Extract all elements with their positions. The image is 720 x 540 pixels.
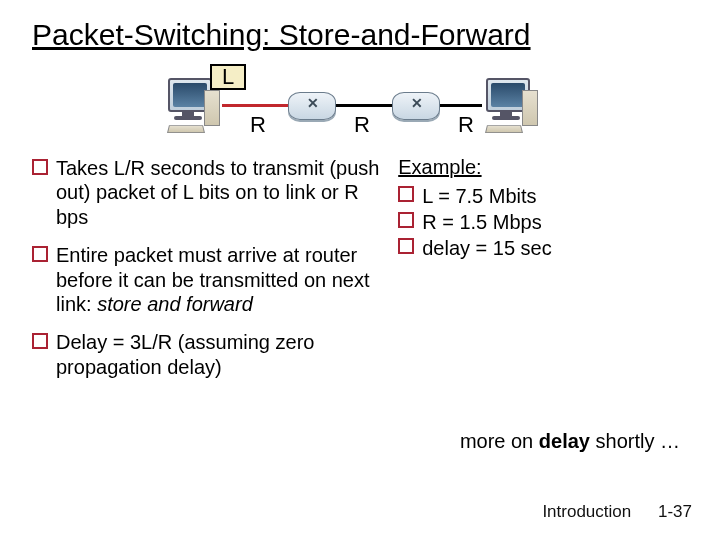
more-b: delay xyxy=(539,430,590,452)
slide-title: Packet-Switching: Store-and-Forward xyxy=(32,18,688,52)
example-heading: Example: xyxy=(398,156,688,179)
link-3 xyxy=(438,104,482,107)
bullet-store-forward: Entire packet must arrive at router befo… xyxy=(32,243,386,316)
bullet-delay: Delay = 3L/R (assuming zero propagation … xyxy=(32,330,386,379)
example-L: L = 7.5 Mbits xyxy=(398,183,688,209)
rate-label-3: R xyxy=(458,112,474,138)
router-2-icon: ✕ xyxy=(392,92,440,120)
content-columns: Takes L/R seconds to transmit (push out)… xyxy=(32,156,688,393)
bullet-transmit: Takes L/R seconds to transmit (push out)… xyxy=(32,156,386,229)
more-a: more on xyxy=(460,430,539,452)
example-delay: delay = 15 sec xyxy=(398,235,688,261)
link-1 xyxy=(222,104,288,107)
router-1-icon: ✕ xyxy=(288,92,336,120)
link-2 xyxy=(334,104,392,107)
footer-section: Introduction xyxy=(542,502,631,521)
rate-label-1: R xyxy=(250,112,266,138)
more-note: more on delay shortly … xyxy=(460,430,680,453)
host-right-icon xyxy=(480,78,536,138)
bullet-transmit-text: Takes L/R seconds to transmit (push out)… xyxy=(56,157,379,228)
diagram: L ✕ ✕ R R R xyxy=(32,60,688,150)
bullet-sf-text-b: store and forward xyxy=(97,293,253,315)
footer: Introduction 1-37 xyxy=(542,502,692,522)
slide: Packet-Switching: Store-and-Forward L ✕ … xyxy=(0,0,720,540)
more-c: shortly … xyxy=(590,430,680,452)
left-column: Takes L/R seconds to transmit (push out)… xyxy=(32,156,386,393)
example-R: R = 1.5 Mbps xyxy=(398,209,688,235)
footer-page: 1-37 xyxy=(658,502,692,521)
rate-label-2: R xyxy=(354,112,370,138)
right-column: Example: L = 7.5 Mbits R = 1.5 Mbps dela… xyxy=(398,156,688,393)
packet-label: L xyxy=(210,64,246,90)
